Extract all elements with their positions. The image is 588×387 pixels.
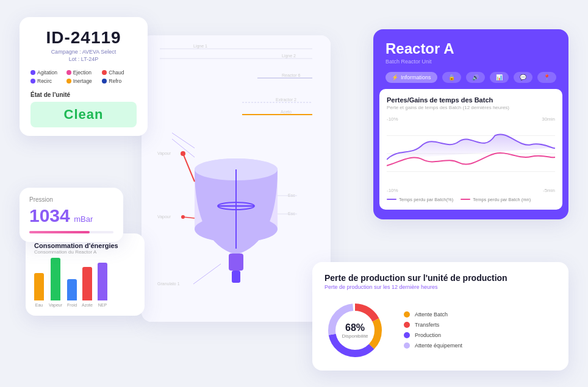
production-legend: Attente Batch Transferts Production Atte… (404, 311, 462, 349)
reactor-chart-area: Pertes/Gains de temps des Batch Perte et… (379, 89, 562, 210)
chart-icon: 📊 (496, 74, 503, 80)
pressure-reading: 1034 mBar (29, 205, 113, 226)
reactor-tabs: ⚡ Informations 🔒 🔊 📊 💬 📍 (385, 72, 556, 83)
chart-title: Pertes/Gains de temps des Batch (387, 96, 555, 104)
svg-text:Ligne 1: Ligne 1 (193, 44, 207, 49)
svg-point-17 (181, 151, 185, 156)
chart-legend: Temps perdu par Batch(%) Temps perdu par… (387, 197, 555, 202)
svg-rect-28 (232, 271, 240, 283)
legend-line-pink (461, 199, 470, 200)
badge-refro: Refro (102, 78, 137, 84)
chaud-icon (102, 70, 107, 75)
pressure-card: Pression 1034 mBar (20, 188, 123, 242)
svg-text:Granulato 1: Granulato 1 (157, 282, 180, 286)
tab-informations-label: Informations (401, 74, 431, 80)
legend-label-1: Temps perdu par Batch(%) (399, 197, 453, 202)
bar-froid: Froid (67, 279, 77, 307)
pressure-bar-fill (29, 231, 90, 233)
inertage-label: Inertage (73, 78, 92, 84)
agitation-label: Agitation (37, 69, 57, 76)
chaud-label: Chaud (109, 69, 124, 76)
campaign-label: Campagne : AVEVA Select (30, 49, 137, 55)
dot-production (404, 332, 410, 338)
badge-recirc: Recirc (30, 78, 65, 84)
pressure-bar (29, 231, 113, 233)
tab-sound[interactable]: 🔊 (466, 72, 485, 83)
bar-nep-fill (98, 263, 107, 300)
refro-icon (102, 79, 107, 83)
reactor-title: Reactor A (385, 40, 556, 57)
line-chart-svg (387, 123, 555, 184)
svg-text:Reactor 6: Reactor 6 (282, 73, 300, 77)
chart-y-axis-top: -10% 30min (387, 116, 555, 122)
badge-agitation: Agitation (30, 69, 65, 76)
reactor-header: Reactor A Batch Reactor Unit ⚡ Informati… (373, 29, 568, 89)
tab-lock[interactable]: 🔒 (442, 72, 461, 83)
y-axis-left-top: -10% (387, 116, 398, 122)
label-production: Production (415, 332, 441, 338)
tab-chat[interactable]: 💬 (514, 72, 532, 83)
production-title: Perte de production sur l'unité de produ… (324, 273, 556, 283)
svg-rect-27 (229, 254, 243, 271)
energy-subtitle: Consommation du Reactor A (34, 249, 136, 255)
location-icon: 📍 (543, 74, 550, 80)
id-card: ID-24119 Campagne : AVEVA Select Lot : L… (20, 17, 148, 136)
reactor-card: Reactor A Batch Reactor Unit ⚡ Informati… (373, 29, 568, 219)
state-value: Clean (30, 102, 137, 127)
badge-inertage: Inertage (66, 78, 101, 84)
production-card: Perte de production sur l'unité de produ… (312, 262, 568, 371)
ejection-label: Ejection (73, 69, 91, 76)
bar-azote: Azote (82, 267, 93, 307)
legend-production: Production (404, 332, 462, 338)
legend-label-2: Temps perdu par Batch (mn) (473, 197, 531, 202)
chart-subtitle: Perte et gains de temps des Batch (12 de… (387, 105, 555, 110)
refro-label: Refro (109, 78, 121, 84)
donut-center: 68% Disponibilité (342, 322, 368, 338)
dot-attente-equipement (404, 343, 410, 349)
badge-list: Agitation Ejection Chaud Recirc Inertage… (30, 69, 137, 84)
svg-point-20 (181, 215, 185, 219)
reactor-subtitle: Batch Reactor Unit (385, 59, 556, 65)
bar-nep: NEP (98, 263, 107, 307)
chat-icon: 💬 (520, 74, 526, 80)
state-label: État de l'unité (30, 91, 137, 98)
bar-eau-fill (34, 273, 44, 300)
bar-froid-fill (67, 279, 77, 300)
legend-item-2: Temps perdu par Batch (mn) (461, 197, 531, 202)
bar-vapeur-label: Vapeur (49, 303, 62, 307)
svg-text:Ligne 2: Ligne 2 (282, 54, 296, 59)
energy-title: Consommation d'énergies (34, 242, 136, 249)
donut-pct: 68% (342, 322, 368, 333)
legend-attente-batch: Attente Batch (404, 311, 462, 318)
recirc-icon (30, 79, 35, 83)
legend-line-purple (387, 199, 396, 200)
svg-text:Aceto: Aceto (281, 110, 292, 114)
agitation-icon (30, 70, 35, 75)
sound-icon: 🔊 (472, 74, 479, 80)
pressure-unit: mBar (74, 215, 93, 224)
tab-chart[interactable]: 📊 (490, 72, 509, 83)
lock-icon: 🔒 (448, 74, 455, 80)
donut-chart: 68% Disponibilité (324, 300, 385, 361)
chart-y-axis-bottom: -10% -5min (387, 188, 555, 193)
dot-transferts (404, 322, 410, 328)
bar-vapeur: Vapeur (49, 258, 62, 307)
bar-eau: Eau (34, 273, 44, 307)
tab-informations[interactable]: ⚡ Informations (385, 72, 437, 83)
ejection-icon (66, 70, 71, 75)
svg-text:Vapour: Vapour (157, 151, 171, 156)
legend-item-1: Temps perdu par Batch(%) (387, 197, 453, 202)
production-subtitle: Perte de production sur les 12 dernière … (324, 284, 556, 290)
bar-azote-label: Azote (82, 303, 93, 307)
recirc-label: Recirc (37, 78, 52, 84)
bar-eau-label: Eau (35, 303, 43, 307)
id-title: ID-24119 (30, 28, 137, 48)
diagram-card: Ligne 1 Ligne 2 Reactor 6 Extractor 2 Ac… (142, 35, 331, 322)
tab-location[interactable]: 📍 (537, 72, 556, 83)
bar-vapeur-fill (51, 258, 60, 300)
label-attente-batch: Attente Batch (415, 311, 448, 318)
badge-ejection: Ejection (66, 69, 101, 76)
badge-chaud: Chaud (102, 69, 137, 76)
svg-text:Vapour: Vapour (157, 215, 171, 219)
label-attente-equipement: Attente équipement (415, 343, 462, 349)
